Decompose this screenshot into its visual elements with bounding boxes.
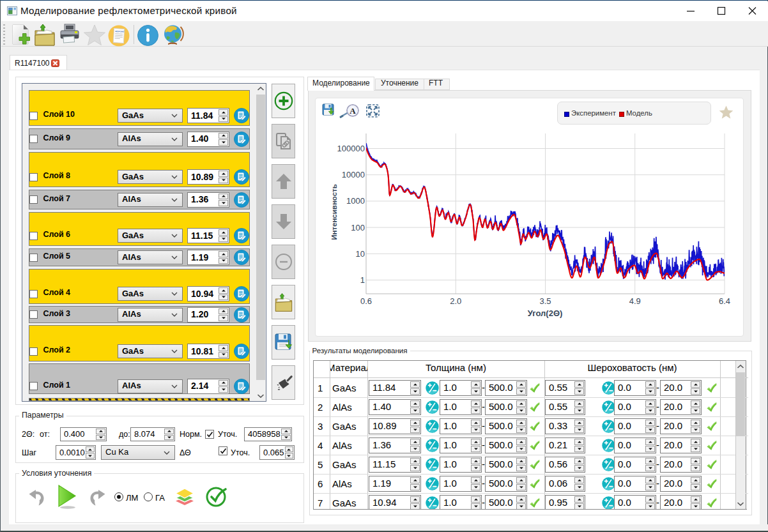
svg-text:1: 1	[360, 275, 365, 285]
svg-text:100: 100	[351, 223, 365, 232]
svg-text:2.0: 2.0	[450, 296, 461, 306]
svg-text:Интенсивность: Интенсивность	[330, 184, 338, 240]
svg-text:6.4: 6.4	[719, 296, 730, 306]
svg-text:10: 10	[356, 249, 365, 259]
svg-text:REPORT: REPORT	[115, 30, 125, 33]
svg-text:3.5: 3.5	[539, 296, 551, 306]
svg-text:100000: 100000	[337, 144, 365, 153]
svg-text:1000: 1000	[346, 196, 365, 206]
svg-text:0.6: 0.6	[360, 296, 372, 306]
svg-text:10000: 10000	[342, 170, 365, 179]
svg-text:Угол(2Θ): Угол(2Θ)	[528, 308, 563, 318]
svg-text:4.9: 4.9	[629, 296, 641, 306]
